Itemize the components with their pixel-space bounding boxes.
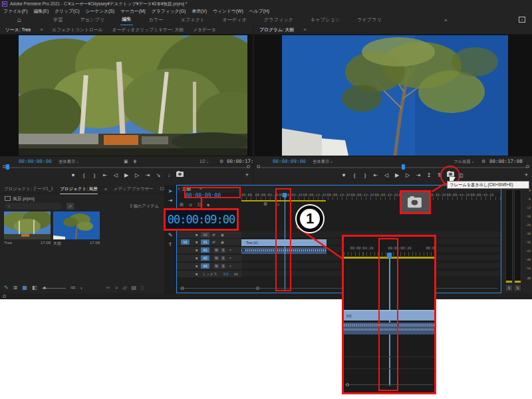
workspace-tab-audio[interactable]: オーディオ bbox=[221, 15, 248, 25]
voiceover-mic-icon[interactable]: ⚬ bbox=[229, 264, 232, 268]
add-marker-button[interactable]: ♥ bbox=[70, 171, 76, 180]
list-view-icon[interactable]: ≣ bbox=[13, 284, 18, 292]
trash-icon[interactable]: ▯ bbox=[141, 284, 144, 292]
source-timecode[interactable]: 00:00:00:00 bbox=[19, 158, 52, 164]
workspace-tab-captions[interactable]: キャプション bbox=[309, 15, 341, 25]
panel-menu-icon[interactable]: ≡ bbox=[303, 27, 306, 32]
track-name-a1[interactable]: A1 bbox=[201, 247, 209, 253]
panel-menu-icon[interactable]: ≡ bbox=[40, 27, 43, 32]
program-timecode[interactable]: 00:00:09:00 bbox=[273, 158, 306, 164]
icon-view-icon[interactable]: ▦ bbox=[22, 284, 27, 292]
mark-out-button[interactable]: } bbox=[362, 171, 368, 180]
program-scrubber[interactable] bbox=[254, 166, 532, 170]
add-marker-icon[interactable]: ♥ bbox=[207, 203, 209, 207]
tab-project-fukei[interactable]: プロジェクト: 風景 bbox=[60, 184, 98, 194]
insert-button[interactable]: ↘ bbox=[155, 171, 162, 180]
tab-program[interactable]: プログラム: 大樹 bbox=[259, 25, 294, 35]
tab-metadata[interactable]: メタデータ bbox=[193, 25, 216, 35]
program-quality-dropdown[interactable]: フル画質 ∨ bbox=[454, 159, 474, 165]
workspace-tab-effects[interactable]: エフェクト bbox=[179, 15, 206, 25]
workspace-tab-libraries[interactable]: ライブラリ bbox=[356, 15, 383, 25]
mark-in-button[interactable]: { bbox=[80, 171, 87, 180]
project-search-input[interactable]: ⌕ bbox=[5, 203, 62, 209]
menu-file[interactable]: ファイル(F) bbox=[3, 8, 28, 15]
play-button[interactable]: ▶ bbox=[394, 171, 400, 180]
play-button[interactable]: ▶ bbox=[123, 171, 130, 180]
chevron-down-icon[interactable]: ∨ bbox=[80, 284, 83, 292]
button-editor-plus[interactable]: + bbox=[525, 172, 528, 178]
new-item-icon[interactable]: ▤ bbox=[132, 284, 137, 292]
source-settings-grid-icon[interactable]: ▣ bbox=[124, 158, 128, 164]
mark-in-button[interactable]: { bbox=[351, 171, 358, 180]
source-scrubber[interactable] bbox=[0, 166, 253, 170]
lock-icon[interactable]: ■ bbox=[196, 248, 198, 252]
slider-handle[interactable] bbox=[43, 287, 46, 289]
overwrite-button[interactable]: ↓ bbox=[166, 171, 172, 180]
menu-window[interactable]: ウィンドウ(W) bbox=[213, 8, 243, 15]
mute-button[interactable]: M bbox=[214, 256, 219, 261]
step-forward-button[interactable]: ▷ bbox=[134, 171, 140, 180]
tab-effect-controls[interactable]: エフェクトコントロール bbox=[52, 25, 102, 35]
source-scrub-track[interactable] bbox=[4, 167, 249, 168]
menu-edit[interactable]: 編集(E) bbox=[34, 8, 49, 15]
sync-lock-icon[interactable]: ⇄ bbox=[212, 240, 215, 244]
go-to-out-button[interactable]: ⇥ bbox=[144, 171, 151, 180]
source-zoom-handle-right[interactable] bbox=[247, 165, 250, 168]
source-settings-wrench-icon[interactable]: ⚙ bbox=[219, 158, 223, 164]
scroll-handle-right[interactable] bbox=[256, 287, 259, 290]
go-to-in-button[interactable]: ⇤ bbox=[102, 171, 108, 180]
step-back-button[interactable]: ◁ bbox=[112, 171, 119, 180]
track-name-v2[interactable]: V2 bbox=[201, 232, 209, 237]
sort-icon[interactable]: ≔ bbox=[70, 284, 76, 292]
lock-icon[interactable]: ■ bbox=[196, 272, 198, 276]
panel-menu-icon[interactable]: ≡ bbox=[104, 187, 107, 192]
mute-button[interactable]: M bbox=[214, 248, 219, 253]
solo-button[interactable]: S bbox=[506, 285, 512, 291]
track-output-eye-icon[interactable]: ◉ bbox=[221, 240, 224, 244]
lock-icon[interactable]: ■ bbox=[196, 233, 198, 237]
lock-icon[interactable]: ■ bbox=[196, 256, 198, 260]
tab-source[interactable]: ソース: Tree bbox=[5, 25, 31, 35]
find-icon[interactable]: ⌕ bbox=[115, 284, 118, 292]
source-playhead[interactable] bbox=[6, 164, 9, 170]
close-icon[interactable]: × bbox=[178, 186, 180, 191]
project-item-label[interactable]: 大樹 17:08 bbox=[53, 241, 100, 247]
solo-button[interactable]: S bbox=[221, 248, 225, 253]
selection-tool[interactable]: ➤ bbox=[167, 188, 174, 194]
lock-icon[interactable]: ■ bbox=[196, 264, 198, 268]
workspace-tab-learning[interactable]: 学習 bbox=[52, 15, 64, 25]
workspace-overflow-icon[interactable]: » bbox=[444, 17, 447, 23]
tab-media-browser[interactable]: メディアブラウザー bbox=[114, 184, 154, 194]
menu-clip[interactable]: クリップ(C) bbox=[55, 8, 79, 15]
home-icon[interactable]: ⌂ bbox=[17, 17, 21, 23]
menu-help[interactable]: ヘルプ(H) bbox=[249, 8, 269, 15]
track-output-eye-icon[interactable]: ◉ bbox=[221, 233, 224, 237]
project-item-thumbnail-tree[interactable] bbox=[4, 211, 51, 239]
program-zoom-handle-right[interactable] bbox=[526, 165, 529, 168]
menu-view[interactable]: 表示(V) bbox=[192, 8, 207, 15]
menu-marker[interactable]: マーカー(M) bbox=[120, 8, 146, 15]
new-bin-icon[interactable]: ▱ bbox=[122, 284, 126, 292]
type-tool[interactable]: T bbox=[167, 241, 174, 247]
program-settings-wrench-icon[interactable]: ⚙ bbox=[481, 158, 485, 164]
folder-tree-icon[interactable]: ▱ bbox=[66, 203, 74, 209]
tab-project-theme1[interactable]: プロジェクト: テーマ1_1 bbox=[4, 184, 53, 194]
source-fit-dropdown[interactable]: 全体表示 ∨ bbox=[59, 159, 78, 165]
go-to-out-button[interactable]: ⇥ bbox=[415, 171, 422, 180]
source-resolution-dropdown[interactable]: 1/2 ∨ bbox=[200, 159, 209, 164]
button-editor-plus[interactable]: + bbox=[245, 172, 249, 178]
add-marker-button[interactable]: ♥ bbox=[340, 171, 347, 180]
track-name-a2[interactable]: A2 bbox=[201, 255, 209, 261]
hover-scrub-icon[interactable]: ◧ bbox=[32, 284, 37, 292]
export-frame-button[interactable] bbox=[176, 171, 183, 180]
project-writable-pen-icon[interactable]: ✎ bbox=[4, 284, 9, 292]
source-trim-icon[interactable]: ⋕ bbox=[133, 158, 137, 164]
pen-tool[interactable]: ✎ bbox=[167, 232, 174, 238]
mute-button[interactable]: M bbox=[214, 264, 219, 269]
nest-indicator-icon[interactable]: ⊞ bbox=[180, 202, 184, 207]
sync-lock-icon[interactable]: ⇄ bbox=[212, 233, 215, 237]
scrollbar-track[interactable] bbox=[180, 288, 497, 289]
menu-sequence[interactable]: シーケンス(S) bbox=[85, 8, 114, 15]
automate-to-sequence-icon[interactable]: ⇛ bbox=[106, 284, 110, 292]
track-name-v1[interactable]: V1 bbox=[201, 239, 209, 245]
